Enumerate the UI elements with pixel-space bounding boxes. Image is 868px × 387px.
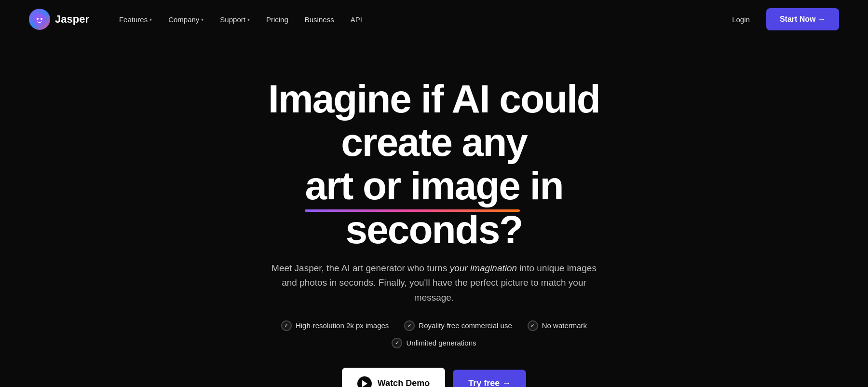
nav-pricing[interactable]: Pricing bbox=[259, 12, 295, 28]
play-triangle bbox=[362, 380, 367, 387]
feature-royalty: ✓ Royality-free commercial use bbox=[404, 320, 512, 331]
nav-company[interactable]: Company ▾ bbox=[162, 12, 210, 28]
nav-business[interactable]: Business bbox=[298, 12, 341, 28]
hero-title: Imagine if AI could create any art or im… bbox=[212, 77, 656, 251]
svg-point-2 bbox=[41, 18, 42, 20]
logo-text: Jasper bbox=[55, 13, 89, 26]
hero-section: Imagine if AI could create any art or im… bbox=[193, 39, 675, 387]
features-row-2: ✓ Unlimited generations bbox=[392, 338, 476, 348]
chevron-down-icon: ▾ bbox=[149, 17, 152, 22]
chevron-down-icon: ▾ bbox=[201, 17, 203, 22]
svg-point-0 bbox=[33, 13, 46, 26]
feature-unlimited: ✓ Unlimited generations bbox=[392, 338, 476, 348]
check-icon: ✓ bbox=[528, 320, 538, 331]
play-icon bbox=[357, 376, 372, 387]
hero-title-underlined: art or image bbox=[305, 164, 519, 207]
svg-point-1 bbox=[37, 18, 39, 20]
watch-demo-button[interactable]: Watch Demo bbox=[342, 368, 445, 387]
check-icon: ✓ bbox=[392, 338, 402, 348]
hero-subtitle: Meet Jasper, the AI art generator who tu… bbox=[270, 261, 598, 305]
navbar: Jasper Features ▾ Company ▾ Support ▾ Pr… bbox=[0, 0, 868, 39]
nav-features[interactable]: Features ▾ bbox=[112, 12, 159, 28]
try-free-button[interactable]: Try free → bbox=[453, 370, 526, 387]
start-now-button[interactable]: Start Now → bbox=[766, 8, 839, 30]
nav-api[interactable]: API bbox=[344, 12, 369, 28]
logo[interactable]: Jasper bbox=[29, 9, 89, 30]
login-button[interactable]: Login bbox=[725, 12, 757, 28]
features-row-1: ✓ High-resolution 2k px images ✓ Royalit… bbox=[281, 320, 587, 331]
check-icon: ✓ bbox=[281, 320, 292, 331]
cta-buttons: Watch Demo Try free → bbox=[342, 368, 526, 387]
logo-icon bbox=[29, 9, 50, 30]
nav-support[interactable]: Support ▾ bbox=[213, 12, 257, 28]
check-icon: ✓ bbox=[404, 320, 415, 331]
feature-resolution: ✓ High-resolution 2k px images bbox=[281, 320, 389, 331]
nav-right: Login Start Now → bbox=[725, 8, 839, 30]
feature-watermark: ✓ No watermark bbox=[528, 320, 587, 331]
nav-links: Features ▾ Company ▾ Support ▾ Pricing B… bbox=[112, 12, 725, 28]
chevron-down-icon: ▾ bbox=[247, 17, 250, 22]
